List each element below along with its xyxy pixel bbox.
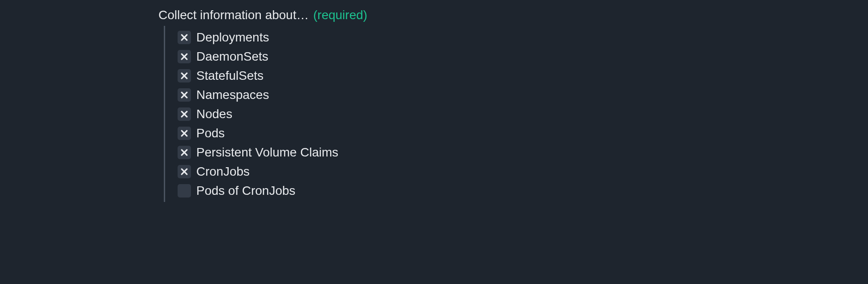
option-label: Namespaces <box>196 89 269 101</box>
check-x-icon <box>180 52 189 61</box>
form-label-row: Collect information about… (required) <box>158 8 868 22</box>
option-row: StatefulSets <box>178 66 868 85</box>
check-x-icon <box>180 71 189 80</box>
option-row: CronJobs <box>178 162 868 181</box>
checkbox[interactable] <box>178 184 191 198</box>
option-row: Pods <box>178 123 868 143</box>
form-label-text: Collect information about… <box>158 8 309 22</box>
option-row: DaemonSets <box>178 47 868 66</box>
option-label: CronJobs <box>196 165 250 178</box>
option-row: Pods of CronJobs <box>178 181 868 200</box>
required-hint: (required) <box>313 8 367 22</box>
option-row: Nodes <box>178 104 868 123</box>
check-x-icon <box>180 110 189 119</box>
option-label: Pods <box>196 127 225 140</box>
option-label: Deployments <box>196 31 269 44</box>
option-row: Namespaces <box>178 85 868 104</box>
check-x-icon <box>180 33 189 42</box>
checkbox[interactable] <box>178 69 191 82</box>
check-x-icon <box>180 129 189 138</box>
options-list: DeploymentsDaemonSetsStatefulSetsNamespa… <box>164 26 868 202</box>
option-label: Persistent Volume Claims <box>196 146 338 159</box>
checkbox[interactable] <box>178 50 191 63</box>
checkbox[interactable] <box>178 146 191 159</box>
option-row: Persistent Volume Claims <box>178 143 868 162</box>
checkbox[interactable] <box>178 165 191 178</box>
option-label: StatefulSets <box>196 70 264 82</box>
checkbox[interactable] <box>178 107 191 121</box>
option-label: DaemonSets <box>196 50 268 63</box>
check-x-icon <box>180 167 189 176</box>
checkbox[interactable] <box>178 88 191 102</box>
option-label: Nodes <box>196 108 232 120</box>
collect-info-form-group: Collect information about… (required) De… <box>158 8 868 202</box>
option-row: Deployments <box>178 28 868 47</box>
check-x-icon <box>180 91 189 99</box>
checkbox[interactable] <box>178 127 191 140</box>
checkbox[interactable] <box>178 31 191 44</box>
check-x-icon <box>180 148 189 157</box>
option-label: Pods of CronJobs <box>196 185 296 197</box>
